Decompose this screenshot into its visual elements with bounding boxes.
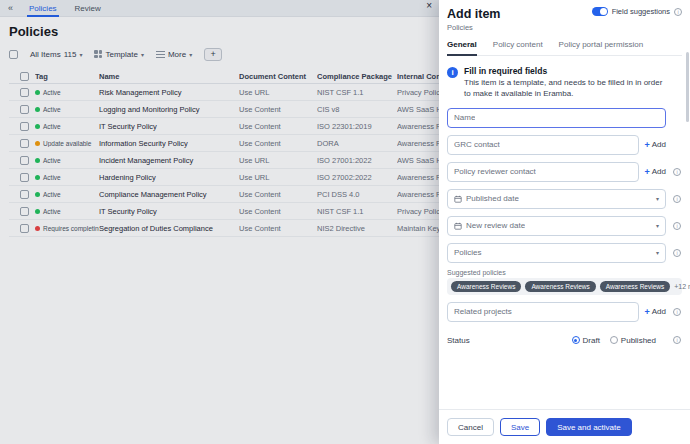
radio-icon [610, 336, 618, 344]
info-filled-icon: i [447, 67, 458, 78]
plus-icon: + [645, 167, 650, 177]
drawer-header: Add item Policies Field suggestions i [439, 0, 690, 32]
policy-reviewer-contact-field[interactable]: Policy reviewer contact [447, 162, 639, 182]
cancel-button[interactable]: Cancel [447, 418, 494, 436]
suggested-policy-chip[interactable]: Awareness Reviews [451, 281, 521, 292]
name-field[interactable]: Name [447, 108, 666, 128]
save-and-activate-button[interactable]: Save and activate [546, 418, 632, 436]
suggested-policies-box: Awareness Reviews Awareness Reviews Awar… [447, 278, 682, 295]
tab-policy-content[interactable]: Policy content [493, 40, 543, 56]
drawer-scrollbar[interactable] [686, 52, 689, 122]
field-suggestions-label: Field suggestions [612, 7, 670, 16]
chevron-down-icon: ▾ [656, 249, 659, 256]
name-field-label: Name [454, 113, 475, 122]
add-item-drawer: Add item Policies Field suggestions i Ge… [439, 0, 690, 444]
radio-icon [572, 336, 580, 344]
info-icon[interactable]: i [673, 249, 681, 257]
status-draft-radio[interactable]: Draft [572, 336, 600, 345]
suggested-policy-chip[interactable]: Awareness Reviews [600, 281, 670, 292]
grc-contact-field[interactable]: GRC contact [447, 135, 639, 155]
published-date-field[interactable]: Published date ▾ [447, 189, 666, 209]
app-root: « Policies Review Policies All Items 115… [0, 0, 690, 444]
plus-icon: + [645, 140, 650, 150]
related-projects-field[interactable]: Related projects [447, 302, 639, 322]
tab-general[interactable]: General [447, 40, 477, 56]
calendar-icon [454, 195, 462, 203]
info-icon[interactable]: i [673, 168, 681, 176]
grc-contact-add-button[interactable]: + Add [645, 140, 667, 150]
chevron-down-icon: ▾ [656, 195, 659, 202]
suggested-policies-label: Suggested policies [447, 269, 682, 276]
suggested-more-link[interactable]: +12 more [674, 283, 690, 290]
tab-policy-portal-permission[interactable]: Policy portal permission [559, 40, 643, 56]
policy-reviewer-contact-label: Policy reviewer contact [454, 167, 536, 176]
status-row: Status Draft Published i [447, 336, 682, 345]
published-date-label: Published date [466, 194, 519, 203]
policies-select-label: Policies [454, 248, 482, 257]
drawer-tabs: General Policy content Policy portal per… [447, 40, 682, 56]
suggested-policy-chip[interactable]: Awareness Reviews [525, 281, 595, 292]
drawer-title: Add item [447, 7, 500, 21]
info-icon[interactable]: i [673, 308, 681, 316]
status-published-radio[interactable]: Published [610, 336, 656, 345]
new-review-date-field[interactable]: New review date ▾ [447, 216, 666, 236]
grc-contact-label: GRC contact [454, 140, 500, 149]
drawer-footer: Cancel Save Save and activate [439, 409, 690, 444]
new-review-date-label: New review date [466, 221, 525, 230]
related-projects-label: Related projects [454, 307, 512, 316]
callout-body: This item is a template, and needs to be… [464, 78, 664, 100]
field-suggestions-toggle[interactable] [592, 7, 608, 16]
plus-icon: + [645, 307, 650, 317]
info-icon[interactable]: i [673, 222, 681, 230]
calendar-icon [454, 222, 462, 230]
info-icon[interactable]: i [673, 336, 681, 344]
close-icon[interactable]: × [426, 1, 432, 11]
related-projects-add-button[interactable]: + Add [645, 307, 667, 317]
info-icon[interactable]: i [673, 195, 681, 203]
info-icon[interactable]: i [674, 8, 682, 16]
toggle-knob [600, 8, 607, 15]
policy-reviewer-add-button[interactable]: + Add [645, 167, 667, 177]
required-fields-callout: i Fill in required fields This item is a… [447, 66, 682, 100]
callout-title: Fill in required fields [464, 66, 664, 76]
drawer-subtitle: Policies [447, 23, 500, 32]
status-label: Status [447, 336, 562, 345]
policies-select[interactable]: Policies ▾ [447, 243, 666, 263]
chevron-down-icon: ▾ [656, 222, 659, 229]
save-button[interactable]: Save [500, 418, 540, 436]
